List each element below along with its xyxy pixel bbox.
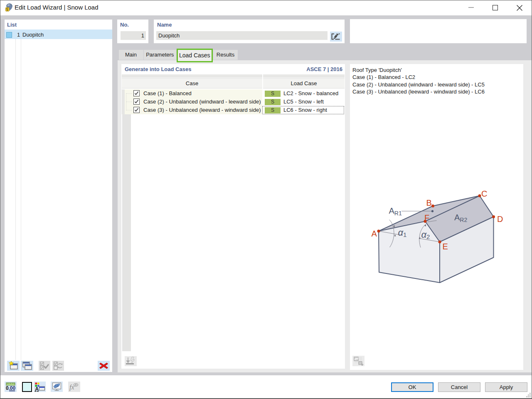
svg-text:fx: fx <box>69 384 74 391</box>
svg-text:C: C <box>481 189 487 198</box>
svg-text:AR1: AR1 <box>389 206 402 217</box>
svg-text:A: A <box>35 386 39 392</box>
svg-text:E: E <box>443 242 448 251</box>
svg-text:A: A <box>372 229 377 238</box>
svg-text:D: D <box>497 214 503 224</box>
svg-text:B: B <box>426 198 432 207</box>
svg-text:.00: .00 <box>9 385 16 391</box>
svg-text:F: F <box>424 213 429 222</box>
